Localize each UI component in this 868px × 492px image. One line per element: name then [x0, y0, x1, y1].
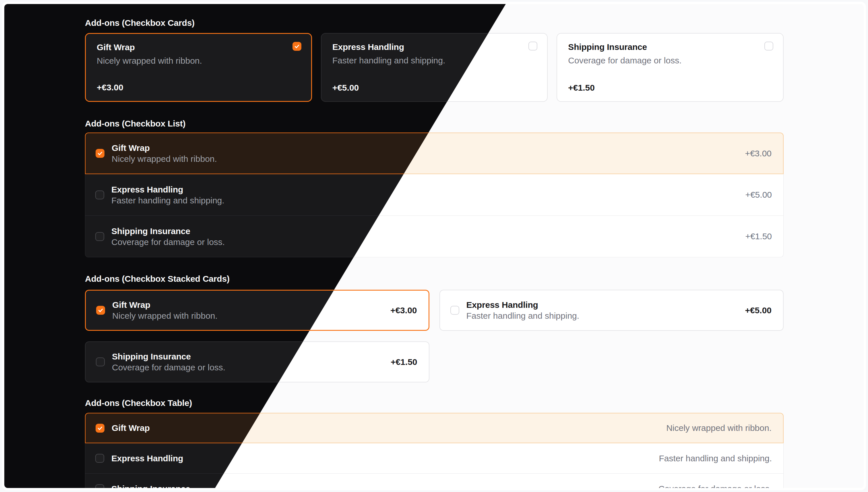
- addon-description: Coverage for damage or loss.: [111, 237, 225, 247]
- check-icon: [97, 150, 103, 156]
- addon-description: Coverage for damage or loss.: [658, 484, 772, 488]
- checkbox[interactable]: [95, 191, 104, 199]
- section-heading-checkbox-table: Add-ons (Checkbox Table): [85, 398, 192, 409]
- list-row-text: Gift Wrap Nicely wrapped with ribbon.: [112, 143, 217, 164]
- addon-title: Gift Wrap: [112, 299, 218, 310]
- addon-description: Nicely wrapped with ribbon.: [112, 311, 218, 321]
- addon-title: Shipping Insurance: [111, 484, 190, 488]
- theme-split-panel: Add-ons (Checkbox Cards) Gift Wrap Nicel…: [4, 4, 864, 488]
- addon-description: Nicely wrapped with ribbon.: [666, 423, 772, 433]
- check-icon: [97, 425, 103, 431]
- card-header: Gift Wrap: [97, 42, 302, 53]
- stacked-card-express-handling[interactable]: Express Handling Faster handling and shi…: [439, 290, 784, 331]
- addon-title: Gift Wrap: [112, 423, 150, 434]
- addon-description: Nicely wrapped with ribbon.: [97, 55, 302, 66]
- addon-description: Coverage for damage or loss.: [112, 362, 225, 373]
- addon-price: +€5.00: [745, 190, 772, 200]
- addon-card-gift-wrap[interactable]: Gift Wrap Nicely wrapped with ribbon. +€…: [85, 33, 312, 102]
- checkbox[interactable]: [292, 42, 302, 51]
- addon-description: Faster handling and shipping.: [466, 311, 580, 321]
- checkbox[interactable]: [96, 306, 105, 315]
- addon-price: +€1.50: [745, 231, 772, 241]
- addon-title: Express Handling: [466, 299, 580, 310]
- addon-title: Shipping Insurance: [111, 226, 225, 237]
- checkbox[interactable]: [96, 424, 104, 433]
- addon-price: +€5.00: [745, 305, 772, 315]
- check-icon: [98, 307, 104, 313]
- checkbox[interactable]: [96, 149, 104, 158]
- section-heading-checkbox-cards: Add-ons (Checkbox Cards): [85, 18, 195, 28]
- addon-price: +€1.50: [568, 83, 773, 93]
- addon-price: +€3.00: [745, 149, 772, 158]
- addon-price: +€3.00: [97, 83, 302, 92]
- section-heading-checkbox-stacked-cards: Add-ons (Checkbox Stacked Cards): [85, 273, 230, 284]
- addon-description: Faster handling and shipping.: [111, 195, 224, 206]
- card-header: Shipping Insurance: [568, 42, 773, 52]
- checkbox[interactable]: [450, 306, 459, 315]
- section-heading-checkbox-list: Add-ons (Checkbox List): [85, 118, 186, 129]
- list-row-text: Express Handling Faster handling and shi…: [111, 184, 224, 206]
- list-row-text: Shipping Insurance Coverage for damage o…: [111, 226, 225, 247]
- addon-price: +€1.50: [391, 357, 417, 367]
- stacked-card-text: Gift Wrap Nicely wrapped with ribbon.: [112, 299, 218, 321]
- stacked-card-text: Express Handling Faster handling and shi…: [466, 299, 580, 321]
- checkbox[interactable]: [528, 42, 537, 50]
- checkbox[interactable]: [95, 484, 104, 488]
- addon-card-shipping-insurance[interactable]: Shipping Insurance Coverage for damage o…: [557, 33, 783, 102]
- check-icon: [294, 43, 300, 49]
- addon-title: Express Handling: [111, 453, 183, 464]
- addon-title: Shipping Insurance: [568, 42, 647, 52]
- checkbox[interactable]: [95, 454, 104, 463]
- addon-title: Gift Wrap: [112, 143, 217, 153]
- stacked-card-text: Shipping Insurance Coverage for damage o…: [112, 351, 225, 373]
- outer-frame: Add-ons (Checkbox Cards) Gift Wrap Nicel…: [2, 2, 866, 490]
- addon-title: Express Handling: [111, 184, 224, 195]
- checkbox[interactable]: [764, 42, 773, 50]
- addon-title: Gift Wrap: [97, 42, 135, 53]
- addon-title: Express Handling: [332, 42, 404, 52]
- addon-title: Shipping Insurance: [112, 351, 225, 362]
- addon-description: Coverage for damage or loss.: [568, 55, 773, 66]
- addon-description: Faster handling and shipping.: [659, 453, 772, 463]
- addon-price: +€3.00: [390, 305, 417, 315]
- checkbox[interactable]: [96, 358, 105, 366]
- addon-description: Nicely wrapped with ribbon.: [112, 154, 217, 164]
- checkbox[interactable]: [95, 232, 104, 241]
